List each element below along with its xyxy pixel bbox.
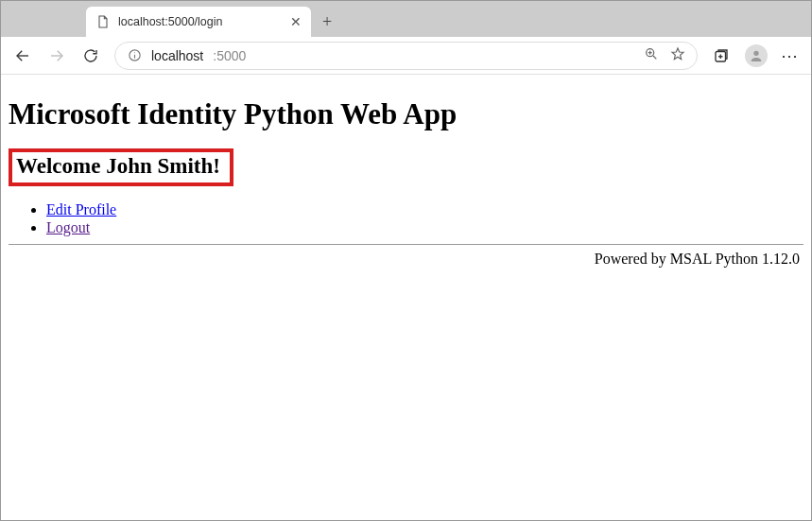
welcome-highlight: Welcome John Smith! [9,148,233,186]
browser-tab[interactable]: localhost:5000/login ✕ [86,7,311,37]
close-tab-icon[interactable]: ✕ [290,15,302,28]
url-port: :5000 [213,48,246,63]
page-content: Microsoft Identity Python Web App Welcom… [1,75,811,275]
address-bar[interactable]: localhost:5000 [114,42,698,70]
svg-marker-9 [672,48,683,60]
list-item: Edit Profile [46,201,803,218]
browser-toolbar: localhost:5000 ⋯ [1,37,811,75]
back-button[interactable] [12,45,33,66]
tab-title: localhost:5000/login [118,15,283,28]
refresh-button[interactable] [80,45,101,66]
favorite-icon[interactable] [670,46,685,64]
zoom-icon[interactable] [644,46,659,64]
browser-titlebar: localhost:5000/login ✕ + [1,1,811,37]
svg-point-13 [753,50,758,55]
forward-button[interactable] [46,45,67,66]
more-menu-button[interactable]: ⋯ [781,45,800,66]
profile-avatar[interactable] [745,44,768,67]
svg-line-6 [653,56,656,59]
action-list: Edit Profile Logout [9,201,803,236]
page-icon [95,14,111,29]
footer-text: Powered by MSAL Python 1.12.0 [9,251,803,268]
logout-link[interactable]: Logout [46,219,90,235]
new-tab-button[interactable]: + [311,7,343,37]
welcome-text: Welcome John Smith! [16,154,220,179]
list-item: Logout [46,219,803,236]
divider [9,244,803,245]
collections-icon[interactable] [711,45,732,66]
page-heading: Microsoft Identity Python Web App [9,97,803,131]
url-host: localhost [151,48,203,63]
svg-point-4 [134,52,135,53]
site-info-icon[interactable] [127,48,142,63]
edit-profile-link[interactable]: Edit Profile [46,201,116,217]
